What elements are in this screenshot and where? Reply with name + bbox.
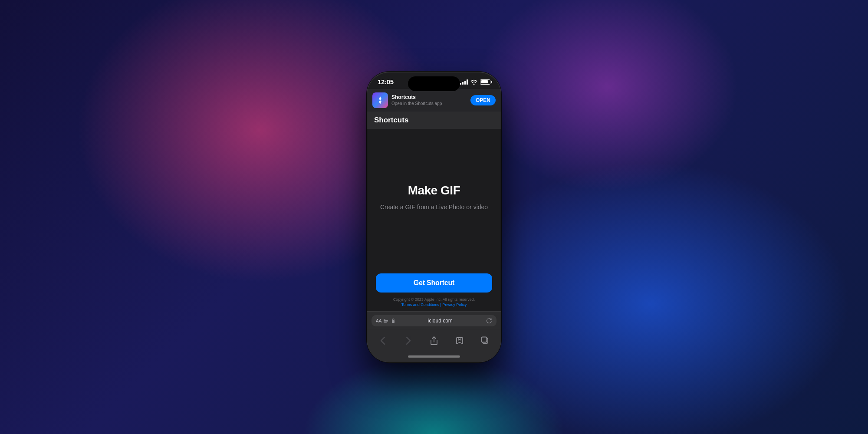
- shortcut-description: Create a GIF from a Live Photo or video: [380, 203, 488, 212]
- lock-icon: [391, 318, 395, 323]
- tabs-button[interactable]: [478, 334, 492, 348]
- status-bar: 12:05: [367, 72, 501, 89]
- phone-frame: 12:05: [367, 72, 501, 362]
- aa-button[interactable]: AA: [376, 319, 381, 323]
- banner-subtitle: Open in the Shortcuts app: [391, 101, 467, 106]
- dynamic-island: [408, 76, 460, 91]
- forward-button[interactable]: [401, 334, 415, 348]
- url-bar[interactable]: AA icloud.com: [372, 315, 496, 326]
- svg-rect-4: [392, 320, 395, 323]
- smart-app-banner: Shortcuts Open in the Shortcuts app OPEN: [367, 89, 501, 112]
- terms-link[interactable]: Terms and Conditions: [401, 302, 439, 307]
- banner-app-name: Shortcuts: [391, 94, 467, 101]
- svg-rect-2: [384, 322, 388, 322]
- status-time: 12:05: [378, 78, 394, 85]
- status-icons: [460, 79, 491, 85]
- get-shortcut-button[interactable]: Get Shortcut: [376, 273, 492, 293]
- shortcut-title: Make GIF: [408, 184, 460, 197]
- battery-icon: [480, 79, 490, 85]
- wifi-icon: [470, 79, 477, 85]
- back-button[interactable]: [376, 334, 390, 348]
- bottom-section: Get Shortcut Copyright © 2023 Apple Inc.…: [367, 266, 501, 312]
- privacy-link[interactable]: Privacy Policy: [442, 302, 467, 307]
- bookmarks-button[interactable]: [453, 334, 467, 348]
- share-button[interactable]: [427, 334, 441, 348]
- page-title: Shortcuts: [374, 116, 494, 125]
- page-header: Shortcuts: [367, 112, 501, 129]
- signal-icon: [460, 79, 468, 85]
- home-bar: [408, 355, 460, 358]
- phone-mockup: 12:05: [367, 72, 501, 362]
- svg-rect-1: [384, 320, 388, 321]
- copyright-links: Terms and Conditions | Privacy Policy: [376, 302, 492, 307]
- banner-text: Shortcuts Open in the Shortcuts app: [391, 94, 467, 107]
- open-button[interactable]: OPEN: [470, 95, 496, 105]
- copyright-text: Copyright © 2023 Apple Inc. All rights r…: [376, 297, 492, 303]
- main-content: Make GIF Create a GIF from a Live Photo …: [367, 129, 501, 266]
- reader-icon: [383, 318, 388, 323]
- svg-rect-0: [384, 319, 385, 320]
- url-left: AA: [376, 318, 388, 323]
- browser-bar: AA icloud.com: [367, 311, 501, 330]
- svg-rect-3: [384, 322, 387, 323]
- reload-button[interactable]: [486, 318, 492, 324]
- shortcuts-app-icon: [372, 92, 388, 108]
- svg-rect-6: [482, 337, 487, 342]
- url-domain[interactable]: icloud.com: [397, 318, 483, 324]
- nav-bar: [367, 330, 501, 353]
- home-indicator: [367, 353, 501, 362]
